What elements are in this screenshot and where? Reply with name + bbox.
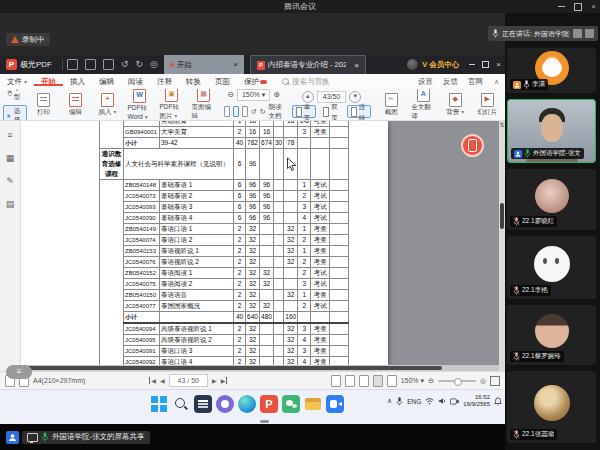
open-file-icon[interactable] <box>67 59 78 70</box>
windows-start-icon[interactable] <box>150 395 168 413</box>
menu-item-7[interactable]: 保护 <box>237 77 274 86</box>
redo-icon[interactable]: ↻ <box>136 60 144 69</box>
office-doc-icon[interactable] <box>194 395 212 413</box>
pdf-close-button[interactable]: × <box>496 60 501 69</box>
view-mode-icon[interactable] <box>387 375 397 387</box>
file-explorer-icon[interactable] <box>304 395 322 413</box>
prev-page-button[interactable]: ◀ <box>160 377 165 384</box>
zoom-target-icon[interactable]: ◎ <box>480 377 486 385</box>
background-button[interactable]: ◆ 背景 ▾ <box>440 92 470 118</box>
menu-right-item-1[interactable]: 反馈 <box>438 77 463 87</box>
menu-item-2[interactable]: 编辑 <box>92 77 121 86</box>
close-button[interactable]: × <box>591 2 596 11</box>
zoom-slider[interactable] <box>438 380 476 382</box>
collapse-ribbon-icon[interactable]: ∧ <box>494 78 505 86</box>
zoom-in-icon[interactable]: ⊕ <box>273 90 280 99</box>
participant-tile[interactable]: 22.1廖晓红 <box>507 169 596 230</box>
next-page-button[interactable]: ▶ <box>212 377 217 384</box>
menu-right-item-0[interactable]: 设置 <box>413 77 438 87</box>
share-banner-chip[interactable]: 外国语学院-张文的屏幕共享 <box>22 431 150 444</box>
zoom-out-icon[interactable]: ⊖ <box>428 377 434 385</box>
menu-item-3[interactable]: 阅读 <box>121 77 150 86</box>
meeting-app-icon[interactable] <box>326 395 344 413</box>
menu-item-5[interactable]: 转换 <box>179 77 208 86</box>
member-center-link[interactable]: V 会员中心 <box>422 60 459 70</box>
rotate-left-icon[interactable]: ↺ <box>251 108 257 116</box>
participant-tile[interactable]: 李满 <box>507 48 596 93</box>
select-tool-button[interactable]: 选择 <box>3 105 27 121</box>
wechat-icon[interactable] <box>282 395 300 413</box>
search-icon[interactable] <box>172 395 190 413</box>
tab-home[interactable]: 开始 × <box>164 55 244 74</box>
more-tools-icon[interactable]: ◎ <box>150 60 158 69</box>
zoom-out-icon[interactable]: ⊖ <box>227 90 234 99</box>
menu-item-4[interactable]: 注释 <box>150 77 179 86</box>
print-icon[interactable] <box>103 59 114 70</box>
zoom-level-select[interactable]: 150% ▾ <box>401 377 424 385</box>
read-aloud-button[interactable]: 朗读文档 <box>269 103 284 121</box>
notifications-bell-icon[interactable] <box>494 397 502 406</box>
view-mode-icon[interactable] <box>373 375 383 387</box>
participant-tile[interactable]: 22.1黎罗婉玲 <box>507 305 596 365</box>
last-page-button[interactable]: ▶ <box>221 377 228 384</box>
participant-tile[interactable]: 22.1张蕊瑜 <box>507 371 596 443</box>
speaker-icon[interactable] <box>438 397 446 405</box>
annotations-icon[interactable]: ✎ <box>6 176 14 186</box>
save-icon[interactable] <box>85 59 96 70</box>
slideshow-button[interactable]: ▶ 幻灯片 <box>472 92 502 118</box>
actual-size-button[interactable] <box>242 106 248 117</box>
continuous-button[interactable]: 连续 <box>347 105 372 118</box>
page-edit-button[interactable]: ▦ 页面编辑 <box>189 89 219 121</box>
first-page-button[interactable]: ◀ <box>149 377 156 384</box>
vertical-scrollbar-thumb[interactable] <box>500 203 504 229</box>
double-page-button[interactable]: 双页 <box>319 105 344 118</box>
single-page-button[interactable]: 单页 <box>292 105 317 118</box>
toc-float-button[interactable]: ≡ <box>6 365 32 379</box>
edge-browser-icon[interactable] <box>238 395 256 413</box>
zoom-slider-knob[interactable] <box>454 378 462 386</box>
rotate-right-icon[interactable]: ↻ <box>260 108 266 116</box>
language-indicator[interactable]: ENG <box>407 398 421 405</box>
taskbar-clock[interactable]: 16:52 16/9/2565 <box>463 394 490 408</box>
participant-tile[interactable]: 22.1李艳 <box>507 236 596 299</box>
menu-right-item-2[interactable]: 官网 <box>463 77 488 87</box>
camera-icon[interactable] <box>450 398 459 405</box>
menu-item-0[interactable]: 开始 <box>34 77 63 86</box>
menu-file[interactable]: 文件 ▾ <box>0 77 34 87</box>
search-input[interactable]: 搜索与替换 <box>282 77 330 87</box>
undo-icon[interactable]: ↺ <box>121 60 129 69</box>
horizontal-scrollbar[interactable] <box>21 365 499 371</box>
document-viewport[interactable]: 劳动教育118181-8考查GB0940001大学美育216163考查小计39-… <box>21 121 505 371</box>
pdf-to-image-button[interactable]: ▣ PDF转图片 ▾ <box>157 89 187 121</box>
insert-button[interactable]: + 插入 ▾ <box>93 92 123 118</box>
thumbnails-icon[interactable]: ▦ <box>6 153 15 163</box>
fit-width-button[interactable] <box>233 106 239 117</box>
tab-document[interactable]: P 内招泰语专业介绍 - 2022.9... × <box>250 55 366 75</box>
horizontal-scrollbar-thumb[interactable] <box>24 366 442 370</box>
fullscreen-icon[interactable] <box>490 376 500 386</box>
bookmarks-icon[interactable]: ≡ <box>7 130 12 140</box>
mobile-transfer-float-button[interactable] <box>461 134 484 157</box>
view-mode-icon[interactable] <box>359 375 369 387</box>
user-avatar[interactable] <box>407 59 418 70</box>
minimize-button[interactable] <box>558 6 565 7</box>
maximize-button[interactable] <box>574 3 582 11</box>
participant-tile-speaking[interactable]: 外国语学院-张文 <box>507 99 596 163</box>
print-button[interactable]: 打印 <box>29 92 59 118</box>
edit-button[interactable]: 编辑 <box>61 92 91 118</box>
attachments-icon[interactable]: ▤ <box>6 199 15 209</box>
jiguang-pdf-icon[interactable] <box>260 395 278 413</box>
tab-close-icon[interactable]: × <box>354 61 359 70</box>
pdf-minimize-button[interactable] <box>469 64 475 65</box>
wifi-icon[interactable] <box>425 397 434 405</box>
fit-page-button[interactable] <box>224 106 230 117</box>
page-indicator-input[interactable]: 43 / 50 <box>169 374 208 387</box>
hidden-icons-chevron[interactable]: ∧ <box>387 397 392 405</box>
tab-close-icon[interactable]: × <box>233 60 238 69</box>
hand-tool-button[interactable]: 手型 <box>3 89 27 104</box>
view-mode-icon[interactable] <box>331 375 341 387</box>
menu-item-1[interactable]: 插入 <box>63 77 92 86</box>
translate-button[interactable]: A 全文翻译 <box>408 89 438 121</box>
pdf-maximize-button[interactable] <box>482 61 489 68</box>
chat-app-icon[interactable] <box>216 395 234 413</box>
